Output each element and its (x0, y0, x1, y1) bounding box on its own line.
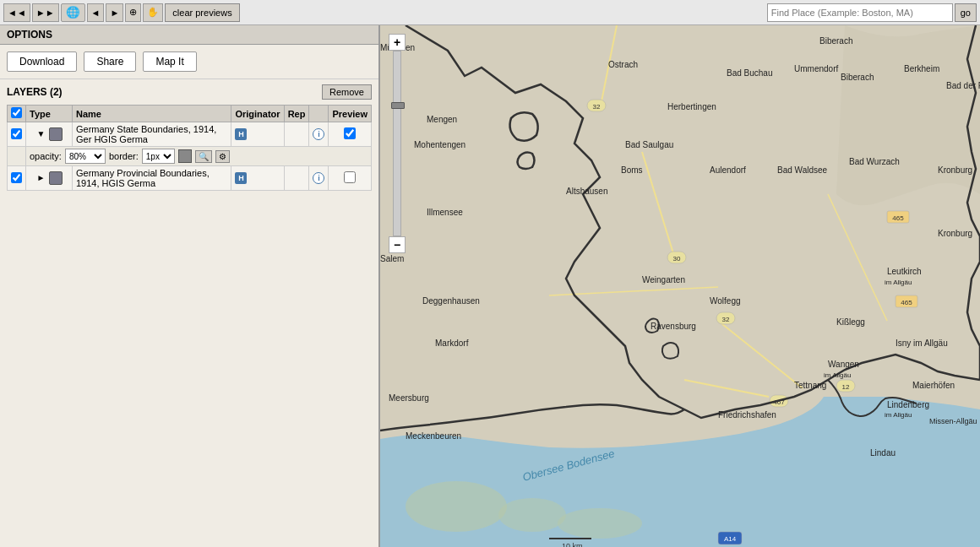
layer1-preview-cell (329, 122, 372, 147)
layers-header: LAYERS (2) Remove (7, 84, 372, 100)
map-area[interactable]: 32 30 32 467 465 465 12 A14 (380, 25, 980, 547)
zoom-slider-thumb[interactable] (391, 102, 405, 109)
layer2-preview-cell (329, 166, 372, 191)
layer1-hgis-badge: H (235, 128, 247, 140)
layer-settings-button[interactable]: ⚙ (215, 150, 230, 163)
svg-text:30: 30 (673, 255, 681, 263)
svg-text:Salem: Salem (380, 254, 404, 263)
layer1-type-icon (49, 127, 63, 141)
clear-previews-button[interactable]: clear previews (165, 3, 239, 22)
border-select[interactable]: 1px 2px 3px (142, 149, 175, 164)
layer1-expand-button[interactable]: ▼ (35, 129, 47, 138)
layer1-name: Germany State Boundaries, 1914, Ger HGIS… (76, 124, 216, 144)
col-type: Type (26, 106, 73, 122)
svg-text:Missen-Allgäu: Missen-Allgäu (929, 417, 977, 425)
svg-text:Kronburg: Kronburg (938, 229, 972, 238)
col-info (309, 106, 329, 122)
col-originator: Originator (231, 106, 284, 122)
layer2-info-cell: i (309, 166, 329, 191)
col-rep: Rep (284, 106, 309, 122)
svg-text:im Allgäu: im Allgäu (824, 371, 851, 379)
layer2-originator-cell: H (231, 166, 284, 191)
layer1-sub-options: opacity: 80% 100% 60% 40% 20% border: (26, 147, 372, 166)
nav-back-button[interactable]: ◄◄ (3, 3, 30, 22)
svg-text:Bad Buchau: Bad Buchau (727, 68, 773, 78)
zoom-in-button[interactable]: + (389, 34, 406, 51)
svg-text:Meckenbeuren: Meckenbeuren (406, 431, 461, 441)
svg-text:im Allgäu: im Allgäu (885, 279, 912, 286)
svg-point-3 (558, 508, 642, 539)
svg-text:im Allgäu: im Allgäu (885, 411, 912, 419)
svg-text:Markdorf: Markdorf (435, 338, 469, 348)
svg-text:Biberach: Biberach (841, 73, 874, 82)
opacity-label: opacity: (30, 151, 62, 161)
zoom-to-layer-button[interactable]: 🔍 (195, 150, 212, 163)
border-label: border: (109, 151, 139, 161)
left-panel: OPTIONS Download Share Map It LAYERS (2)… (0, 25, 380, 547)
map-canvas: 32 30 32 467 465 465 12 A14 (380, 25, 980, 547)
layers-section: LAYERS (2) Remove Type Name Originator R… (0, 79, 378, 547)
globe-icon: 🌐 (66, 6, 80, 19)
layer2-info-icon[interactable]: i (313, 172, 324, 184)
svg-text:Lindenberg: Lindenberg (887, 400, 929, 409)
svg-text:12: 12 (842, 383, 850, 391)
zoom-slider-track (393, 51, 401, 236)
layer2-rep-cell (284, 166, 309, 191)
arrow-left-button[interactable]: ◄ (87, 3, 105, 22)
go-button[interactable]: go (955, 3, 977, 22)
svg-text:10 km: 10 km (562, 542, 583, 547)
layer1-checkbox[interactable] (11, 128, 22, 139)
zoom-out-button[interactable]: − (389, 236, 406, 253)
layer1-type-cell: ▼ (26, 122, 73, 147)
nav-forward-button[interactable]: ►► (32, 3, 59, 22)
layer1-info-cell: i (309, 122, 329, 147)
layer1-name-cell: Germany State Boundaries, 1914, Ger HGIS… (73, 122, 231, 147)
layer2-checkbox[interactable] (11, 172, 22, 183)
svg-text:32: 32 (722, 316, 730, 323)
svg-text:Boms: Boms (621, 165, 643, 175)
layers-title: LAYERS (2) (7, 86, 63, 98)
svg-text:A14: A14 (724, 535, 737, 543)
svg-text:Illmensee: Illmensee (427, 208, 463, 217)
globe-button[interactable]: 🌐 (61, 3, 85, 22)
select-all-checkbox[interactable] (11, 107, 22, 118)
svg-text:Bad Wurzach: Bad Wurzach (849, 157, 900, 166)
layer2-expand-button[interactable]: ► (35, 173, 47, 182)
svg-text:Weingarten: Weingarten (642, 275, 685, 284)
layer2-preview-checkbox[interactable] (344, 171, 356, 183)
table-row: opacity: 80% 100% 60% 40% 20% border: (8, 147, 372, 166)
share-button[interactable]: Share (84, 51, 136, 72)
svg-text:Leutkirch: Leutkirch (887, 267, 922, 276)
svg-text:Isny im Allgäu: Isny im Allgäu (896, 338, 948, 348)
layer2-name-cell: Germany Provincial Boundaries, 1914, HGI… (73, 166, 231, 191)
remove-button[interactable]: Remove (322, 84, 372, 100)
svg-text:Bad der Rot: Bad der Rot (946, 81, 980, 90)
layer1-info-icon[interactable]: i (313, 128, 324, 140)
arrow-right-button[interactable]: ► (106, 3, 123, 22)
layer1-preview-checkbox[interactable] (344, 127, 356, 139)
pan-button[interactable]: ✋ (143, 3, 163, 22)
svg-text:Bad Saulgau: Bad Saulgau (625, 140, 673, 149)
map-it-button[interactable]: Map It (143, 51, 196, 72)
search-input[interactable] (767, 3, 953, 22)
action-buttons: Download Share Map It (0, 45, 378, 79)
svg-text:Wolfegg: Wolfegg (710, 296, 741, 306)
color-swatch[interactable] (178, 149, 192, 163)
svg-text:Kißlegg: Kißlegg (836, 317, 865, 327)
opacity-select[interactable]: 80% 100% 60% 40% 20% (65, 149, 106, 164)
svg-text:Meersburg: Meersburg (389, 393, 429, 403)
svg-text:Ostrach: Ostrach (608, 60, 638, 69)
svg-text:Aulendorf: Aulendorf (710, 165, 746, 175)
download-button[interactable]: Download (7, 51, 77, 72)
layers-table: Type Name Originator Rep Preview (7, 105, 372, 191)
zoom-magnify-button[interactable]: ⊕ (125, 3, 141, 22)
layer1-check-cell (8, 122, 26, 147)
table-header-row: Type Name Originator Rep Preview (8, 106, 372, 122)
table-row: ► Germany Provincial Boundaries, 1914, H… (8, 166, 372, 191)
svg-text:Biberach: Biberach (819, 36, 852, 46)
layer2-type-cell: ► (26, 166, 73, 191)
svg-text:Lindau: Lindau (870, 448, 896, 458)
svg-text:Mengen: Mengen (427, 115, 457, 124)
col-name: Name (73, 106, 231, 122)
svg-text:32: 32 (593, 103, 601, 111)
